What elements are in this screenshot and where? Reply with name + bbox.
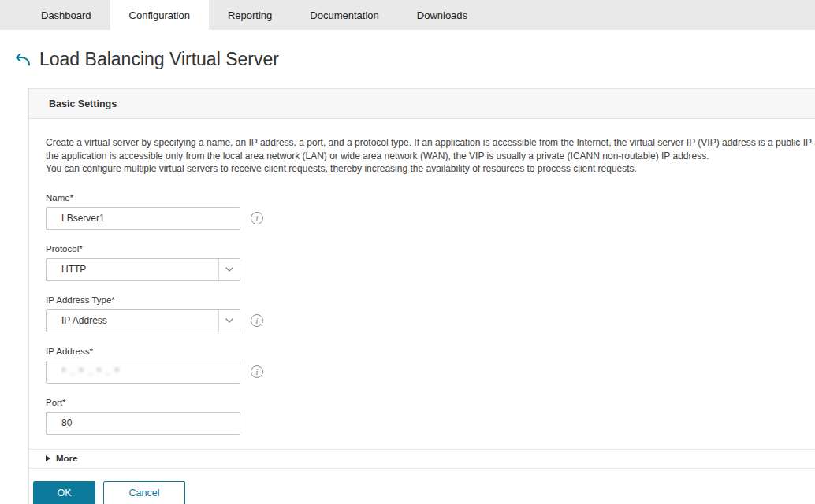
back-arrow-icon xyxy=(13,53,31,67)
tab-dashboard[interactable]: Dashboard xyxy=(22,0,110,30)
chevron-down-icon xyxy=(218,310,240,332)
description-line: Create a virtual server by specifying a … xyxy=(46,136,815,150)
tab-configuration[interactable]: Configuration xyxy=(110,0,209,30)
form-fields: Name* i Protocol* HTTP xyxy=(46,193,815,435)
name-info-icon[interactable]: i xyxy=(251,212,263,224)
protocol-select-value: HTTP xyxy=(47,264,218,275)
action-buttons-row: OK Cancel xyxy=(29,469,815,504)
ip-address-input[interactable] xyxy=(46,361,240,384)
description-line: You can configure multiple virtual serve… xyxy=(46,162,815,176)
top-nav-tabbar: Dashboard Configuration Reporting Docume… xyxy=(0,0,815,30)
field-name: Name* i xyxy=(46,193,815,230)
page-title-row: Load Balancing Virtual Server xyxy=(11,49,815,70)
ip-address-label: IP Address* xyxy=(46,346,815,356)
panel-body: Create a virtual server by specifying a … xyxy=(29,119,815,449)
expander-arrow-icon xyxy=(46,455,50,461)
port-label: Port* xyxy=(46,398,815,407)
tab-documentation[interactable]: Documentation xyxy=(291,0,397,30)
panel-header: Basic Settings xyxy=(29,89,815,119)
ip-address-type-info-icon[interactable]: i xyxy=(251,314,263,327)
protocol-select[interactable]: HTTP xyxy=(46,258,240,281)
chevron-down-icon xyxy=(218,259,240,280)
ip-address-type-label: IP Address Type* xyxy=(46,295,815,305)
back-button[interactable] xyxy=(11,50,33,70)
more-label: More xyxy=(56,454,77,463)
port-input[interactable] xyxy=(46,412,240,435)
ip-address-type-select[interactable]: IP Address xyxy=(46,309,240,332)
page-title: Load Balancing Virtual Server xyxy=(39,49,279,70)
field-port: Port* xyxy=(46,398,815,435)
protocol-label: Protocol* xyxy=(46,244,815,254)
ok-button[interactable]: OK xyxy=(33,481,95,504)
ip-address-type-select-value: IP Address xyxy=(47,315,218,326)
ip-address-info-icon[interactable]: i xyxy=(251,365,263,378)
description-line: the application is accessible only from … xyxy=(46,150,815,163)
field-ip-address: IP Address* i xyxy=(46,346,815,384)
tab-downloads[interactable]: Downloads xyxy=(398,0,486,30)
tab-reporting[interactable]: Reporting xyxy=(209,0,291,30)
name-input[interactable] xyxy=(46,207,240,230)
name-label: Name* xyxy=(46,193,815,202)
field-ip-address-type: IP Address Type* IP Address i xyxy=(46,295,815,332)
cancel-button[interactable]: Cancel xyxy=(103,481,185,504)
basic-settings-panel: Basic Settings Create a virtual server b… xyxy=(28,88,815,504)
more-expander[interactable]: More xyxy=(29,449,815,469)
field-protocol: Protocol* HTTP xyxy=(46,244,815,281)
